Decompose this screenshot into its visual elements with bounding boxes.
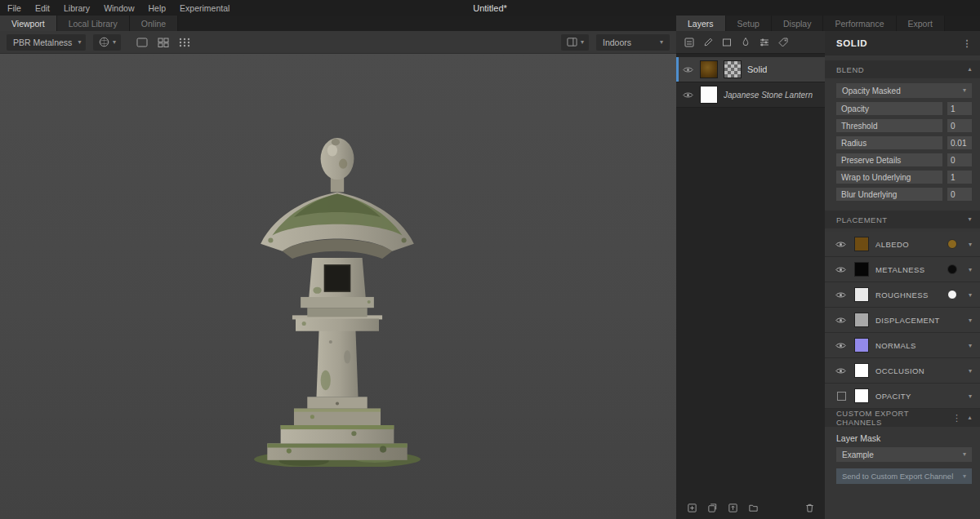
add-solid-layer-button[interactable] bbox=[680, 34, 698, 51]
new-group-button[interactable] bbox=[744, 500, 762, 517]
channel-swatch[interactable] bbox=[854, 313, 869, 327]
blend-mode-dropdown[interactable]: Opacity Masked ▾ bbox=[836, 83, 972, 98]
layer-thumbnail[interactable] bbox=[700, 86, 718, 104]
add-paint-layer-button[interactable] bbox=[699, 34, 717, 51]
panel-layout-dropdown[interactable]: ▾ bbox=[561, 34, 589, 51]
chevron-up-icon: ▴ bbox=[968, 66, 972, 73]
add-fill-layer-button[interactable] bbox=[718, 34, 736, 51]
tab-export[interactable]: Export bbox=[897, 16, 945, 31]
channel-value-dot[interactable] bbox=[947, 290, 957, 299]
chevron-down-icon[interactable]: ▾ bbox=[969, 342, 972, 349]
channel-eye-icon[interactable] bbox=[835, 241, 848, 248]
layer-mask-dropdown[interactable]: Example ▾ bbox=[836, 447, 972, 462]
menu-file[interactable]: File bbox=[7, 3, 21, 13]
environment-dropdown[interactable]: Indoors ▾ bbox=[596, 34, 670, 51]
add-adjustment-button[interactable] bbox=[755, 34, 773, 51]
chevron-down-icon: ▾ bbox=[660, 39, 663, 46]
chevron-down-icon[interactable]: ▾ bbox=[969, 266, 972, 273]
add-liquid-layer-button[interactable] bbox=[737, 34, 755, 51]
layer-mask-thumbnail[interactable] bbox=[724, 60, 742, 78]
grid-view-button[interactable] bbox=[176, 34, 194, 51]
opacity-slider[interactable]: Opacity bbox=[836, 102, 942, 115]
opacity-value-input[interactable]: 1 bbox=[947, 102, 972, 115]
duplicate-layer-button[interactable] bbox=[703, 500, 721, 517]
channel-swatch[interactable] bbox=[854, 262, 869, 277]
menu-library[interactable]: Library bbox=[64, 3, 90, 13]
blur-underlying-value-input[interactable]: 0 bbox=[947, 188, 972, 201]
radius-slider[interactable]: Radius bbox=[836, 136, 942, 149]
split-view-button[interactable] bbox=[154, 34, 172, 51]
wrap-underlying-slider[interactable]: Wrap to Underlying bbox=[836, 171, 942, 184]
channel-label: METALNESS bbox=[875, 265, 924, 274]
viewport-3d[interactable] bbox=[0, 54, 676, 519]
chevron-down-icon[interactable]: ▾ bbox=[969, 291, 972, 299]
send-to-custom-export-button[interactable]: Send to Custom Export Channel ▾ bbox=[836, 468, 972, 484]
visibility-eye-icon[interactable] bbox=[683, 66, 694, 73]
layer-name[interactable]: Japanese Stone Lantern bbox=[724, 91, 813, 100]
chevron-down-icon[interactable]: ▾ bbox=[969, 393, 972, 400]
new-layer-button[interactable] bbox=[683, 500, 701, 517]
options-menu-button[interactable]: ⋮ bbox=[962, 38, 972, 49]
stone-lantern-model bbox=[211, 134, 464, 467]
material-preview-dropdown[interactable]: ▾ bbox=[93, 34, 121, 51]
tab-performance[interactable]: Performance bbox=[823, 16, 896, 31]
blur-underlying-slider[interactable]: Blur Underlying bbox=[836, 188, 942, 201]
threshold-value-input[interactable]: 0 bbox=[947, 119, 972, 132]
chevron-down-icon[interactable]: ▾ bbox=[969, 317, 972, 324]
custom-export-section-header[interactable]: CUSTOM EXPORT CHANNELS ⋮ ▴ bbox=[825, 409, 980, 427]
tab-online[interactable]: Online bbox=[130, 16, 178, 31]
menu-help[interactable]: Help bbox=[148, 3, 166, 13]
channel-eye-icon[interactable] bbox=[835, 266, 848, 273]
channel-swatch[interactable] bbox=[854, 237, 869, 251]
channel-value-dot[interactable] bbox=[947, 264, 957, 274]
menu-edit[interactable]: Edit bbox=[35, 3, 50, 13]
menu-window[interactable]: Window bbox=[104, 3, 134, 13]
chevron-down-icon[interactable]: ▾ bbox=[969, 241, 972, 248]
blend-section-header[interactable]: BLEND ▴ bbox=[825, 60, 980, 78]
layer-row-base-model[interactable]: Japanese Stone Lantern bbox=[676, 82, 825, 108]
layer-row-solid[interactable]: Solid bbox=[676, 57, 825, 82]
preserve-details-slider[interactable]: Preserve Details bbox=[836, 153, 942, 166]
tab-display[interactable]: Display bbox=[772, 16, 823, 31]
channel-row-roughness[interactable]: ROUGHNESS ▾ bbox=[825, 282, 980, 308]
threshold-slider[interactable]: Threshold bbox=[836, 119, 942, 132]
channel-eye-icon[interactable] bbox=[835, 367, 848, 375]
channel-row-opacity[interactable]: OPACITY ▾ bbox=[825, 384, 980, 409]
adjustment-sliders-icon bbox=[759, 37, 770, 48]
preserve-details-value-input[interactable]: 0 bbox=[947, 153, 972, 166]
tab-setup[interactable]: Setup bbox=[726, 16, 772, 31]
visibility-eye-icon[interactable] bbox=[683, 91, 694, 99]
tab-local-library[interactable]: Local Library bbox=[57, 16, 130, 31]
export-layer-button[interactable] bbox=[724, 500, 742, 517]
channel-row-occlusion[interactable]: OCCLUSION ▾ bbox=[825, 358, 980, 384]
channel-eye-icon[interactable] bbox=[835, 317, 848, 324]
shading-mode-dropdown[interactable]: PBR Metalness ▾ bbox=[7, 34, 86, 51]
radius-value-input[interactable]: 0.01 bbox=[947, 136, 972, 149]
tab-viewport[interactable]: Viewport bbox=[0, 16, 57, 31]
channel-swatch[interactable] bbox=[854, 388, 869, 403]
channel-eye-icon[interactable] bbox=[835, 291, 848, 299]
chevron-down-icon[interactable]: ▾ bbox=[969, 367, 972, 375]
delete-layer-button[interactable] bbox=[800, 500, 818, 517]
tab-layers[interactable]: Layers bbox=[676, 16, 726, 31]
channel-row-normals[interactable]: NORMALS ▾ bbox=[825, 333, 980, 358]
channel-row-metalness[interactable]: METALNESS ▾ bbox=[825, 257, 980, 282]
channel-row-albedo[interactable]: ALBEDO ▾ bbox=[825, 232, 980, 257]
layer-thumbnail[interactable] bbox=[700, 60, 718, 78]
layer-name[interactable]: Solid bbox=[747, 64, 767, 74]
placement-section-header[interactable]: PLACEMENT ▾ bbox=[825, 211, 980, 228]
channel-swatch[interactable] bbox=[854, 338, 869, 353]
channel-checkbox[interactable] bbox=[837, 392, 846, 401]
channel-row-displacement[interactable]: DISPLACEMENT ▾ bbox=[825, 308, 980, 333]
wrap-underlying-value-input[interactable]: 1 bbox=[947, 171, 972, 184]
properties-panel: SOLID ⋮ BLEND ▴ Opacity Masked ▾ Opacity… bbox=[825, 31, 980, 519]
add-material-button[interactable] bbox=[774, 34, 792, 51]
chevron-down-icon: ▾ bbox=[963, 473, 966, 480]
custom-export-menu-button[interactable]: ⋮ bbox=[952, 413, 962, 424]
menu-experimental[interactable]: Experimental bbox=[180, 3, 229, 13]
channel-swatch[interactable] bbox=[854, 287, 869, 302]
channel-swatch[interactable] bbox=[854, 363, 869, 378]
channel-eye-icon[interactable] bbox=[835, 342, 848, 349]
single-view-button[interactable] bbox=[133, 34, 151, 51]
channel-value-dot[interactable] bbox=[947, 239, 957, 249]
